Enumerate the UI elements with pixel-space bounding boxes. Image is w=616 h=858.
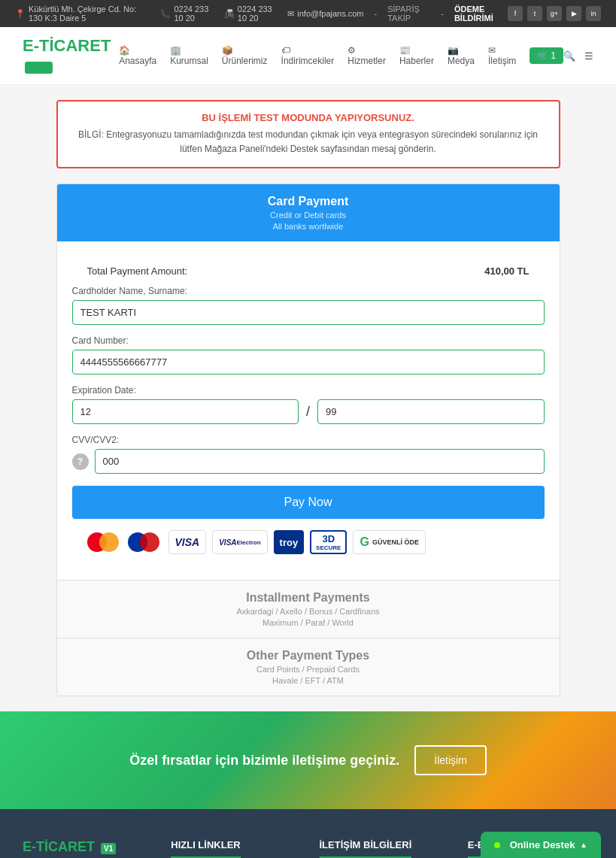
installment-header[interactable]: Installment Payments Axkardagi / Axello … bbox=[57, 581, 560, 638]
logo-v1-badge: V1 ☆ bbox=[25, 62, 53, 74]
card-payment-sub2: All banks wortlwide bbox=[72, 222, 545, 231]
alert-body: BİLGİ: Entegrasyonuzu tamamladığınızda t… bbox=[73, 128, 544, 156]
expiry-row: Expiration Date: / bbox=[72, 385, 545, 424]
3dsecure-logo: 3D SECURE bbox=[310, 530, 347, 554]
expiry-year-input[interactable] bbox=[317, 399, 545, 424]
menu-icon[interactable]: ☰ bbox=[584, 50, 593, 62]
pay-now-button[interactable]: Pay Now bbox=[72, 486, 545, 519]
cvv-help-icon[interactable]: ? bbox=[72, 453, 89, 470]
online-chat-label: Online Destek bbox=[510, 839, 575, 850]
expiry-month-input[interactable] bbox=[72, 399, 299, 424]
visa-electron-logo: VISAElectron bbox=[212, 530, 267, 554]
card-payment-title: Card Payment bbox=[72, 195, 545, 208]
top-bar-left: 📍 Kükürtlü Mh. Çekirge Cd. No: 130 K:3 D… bbox=[15, 5, 508, 23]
total-amount: 410,00 TL bbox=[484, 265, 529, 277]
payment-section: Card Payment Credit or Debit cards All b… bbox=[56, 183, 560, 696]
footer-v1-badge: V1 bbox=[101, 843, 116, 854]
footer-contact-heading: İLETİŞİM BİLGİLERİ bbox=[320, 839, 412, 858]
social-icons: f t g+ ▶ in bbox=[508, 6, 601, 21]
youtube-icon[interactable]: ▶ bbox=[566, 6, 581, 21]
email-text: ✉ info@fpajans.com bbox=[287, 9, 363, 19]
guvenli-ode-logo: G GÜVENLİ ÖDE bbox=[353, 530, 425, 554]
phone2-text: 📠 0224 233 10 20 bbox=[224, 5, 277, 23]
location-icon: 📍 bbox=[15, 9, 26, 19]
phone-icon: 📞 bbox=[160, 9, 171, 19]
nav-anasayfa[interactable]: 🏠 Anasayfa bbox=[119, 45, 156, 66]
cardnumber-input[interactable] bbox=[72, 350, 545, 374]
cvv-wrapper: ? bbox=[72, 449, 545, 474]
expiry-label: Expiration Date: bbox=[72, 385, 545, 396]
card-logos: VISA VISAElectron troy 3D SECURE G GÜVEN… bbox=[72, 519, 545, 565]
card-payment-sub1: Credit or Debit cards bbox=[72, 211, 545, 220]
online-dot bbox=[494, 842, 500, 848]
card-payment-option: Card Payment Credit or Debit cards All b… bbox=[57, 184, 560, 581]
nav-medya[interactable]: 📷 Medya bbox=[448, 45, 475, 66]
troy-logo: troy bbox=[274, 530, 305, 554]
footer-contact: İLETİŞİM BİLGİLERİ Kükürtlü Mh. Çekirge … bbox=[320, 839, 445, 858]
order-track-link[interactable]: SİPARİŞ TAKİP bbox=[387, 5, 430, 23]
alert-title: BU İŞLEMİ TEST MODUNDA YAPIYORSUNUZ. bbox=[73, 112, 544, 123]
address-text: 📍 Kükürtlü Mh. Çekirge Cd. No: 130 K:3 D… bbox=[15, 5, 150, 23]
expiry-separator: / bbox=[306, 404, 310, 420]
footer-brand: E-TİCARET V1 Kurumsal Shop f t g ▶ in bbox=[23, 839, 148, 858]
maestro-logo bbox=[128, 531, 162, 553]
header: E-TİCARET V1 ☆ 🏠 Anasayfa 🏢 Kurumsal 📦 Ü… bbox=[0, 27, 616, 85]
other-payment-header[interactable]: Other Payment Types Card Points / Prepai… bbox=[57, 638, 560, 696]
top-bar: 📍 Kükürtlü Mh. Çekirge Cd. No: 130 K:3 D… bbox=[0, 0, 616, 27]
cart-button[interactable]: 🛒 1 bbox=[530, 47, 563, 64]
cvv-row: CVV/CVV2: ? bbox=[72, 435, 545, 474]
nav-iletisim[interactable]: ✉ İletişim bbox=[488, 45, 516, 66]
total-label: Total Payment Amount: bbox=[87, 265, 188, 277]
googleplus-icon[interactable]: g+ bbox=[547, 6, 562, 21]
cardholder-label: Cardholder Name, Surname: bbox=[72, 286, 545, 296]
separator: - bbox=[375, 9, 378, 18]
visa-logo: VISA bbox=[168, 530, 207, 554]
installment-title: Installment Payments bbox=[72, 591, 545, 605]
cvv-input[interactable] bbox=[95, 449, 545, 474]
footer-quick-links: HIZLI LİNKLER Kurumsal İndirimcekiler Si… bbox=[171, 839, 296, 858]
installment-option: Installment Payments Axkardagi / Axello … bbox=[57, 581, 560, 638]
cardnumber-row: Card Number: bbox=[72, 335, 545, 374]
nav-haberler[interactable]: 📰 Haberler bbox=[399, 45, 434, 66]
alert-box: BU İŞLEMİ TEST MODUNDA YAPIYORSUNUZ. BİL… bbox=[56, 100, 560, 168]
installment-sub: Axkardagi / Axello / Bonus / Cardfinans bbox=[72, 607, 545, 616]
promo-section: Özel fırsatlar için bizimle iletişime ge… bbox=[0, 711, 616, 809]
chat-chevron-icon: ▲ bbox=[580, 841, 587, 849]
card-payment-header[interactable]: Card Payment Credit or Debit cards All b… bbox=[57, 184, 560, 241]
main-nav: 🏠 Anasayfa 🏢 Kurumsal 📦 Ürünlerimiz 🏷 İn… bbox=[119, 45, 563, 66]
other-payment-title: Other Payment Types bbox=[72, 649, 545, 662]
linkedin-icon[interactable]: in bbox=[586, 6, 601, 21]
phone1-text: 📞 0224 233 10 20 bbox=[160, 5, 213, 23]
footer-logo: E-TİCARET V1 bbox=[23, 839, 148, 855]
promo-iletisim-button[interactable]: İletişim bbox=[414, 745, 487, 775]
other-payment-sub: Card Points / Prepaid Cards bbox=[72, 665, 545, 674]
online-chat-widget[interactable]: Online Destek ▲ bbox=[481, 832, 601, 858]
installment-sub2: Maximum / Paraf / World bbox=[72, 618, 545, 627]
logo: E-TİCARET V1 ☆ bbox=[23, 36, 119, 75]
footer-quick-links-heading: HIZLI LİNKLER bbox=[171, 839, 240, 858]
facebook-icon[interactable]: f bbox=[508, 6, 523, 21]
cvv-label: CVV/CVV2: bbox=[72, 435, 545, 445]
logo-eticaret: E-TİCARET bbox=[23, 36, 111, 55]
main-content: BU İŞLEMİ TEST MODUNDA YAPIYORSUNUZ. BİL… bbox=[45, 100, 572, 696]
mastercard-logo bbox=[87, 531, 122, 553]
email-icon: ✉ bbox=[287, 9, 294, 19]
search-icon[interactable]: 🔍 bbox=[563, 50, 575, 62]
header-icons: 🔍 ☰ bbox=[563, 50, 593, 62]
amount-row: Total Payment Amount: 410,00 TL bbox=[72, 256, 545, 277]
twitter-icon[interactable]: t bbox=[527, 6, 542, 21]
payment-info-link[interactable]: ÖDEME BİLDİRİMİ bbox=[454, 5, 508, 23]
payment-form: Total Payment Amount: 410,00 TL Cardhold… bbox=[57, 241, 560, 580]
other-payment-sub2: Havale / EFT / ATM bbox=[72, 676, 545, 685]
separator2: - bbox=[441, 9, 444, 18]
phone2-icon: 📠 bbox=[224, 9, 235, 19]
promo-text: Özel fırsatlar için bizimle iletişime ge… bbox=[129, 753, 399, 769]
nav-kurumsal[interactable]: 🏢 Kurumsal bbox=[170, 45, 208, 66]
nav-hizmetler[interactable]: ⚙ Hizmetler bbox=[347, 45, 386, 66]
nav-indirimcekiler[interactable]: 🏷 İndirimcekiler bbox=[281, 45, 335, 66]
cardholder-row: Cardholder Name, Surname: bbox=[72, 286, 545, 325]
expiry-inputs: / bbox=[72, 399, 545, 424]
cardholder-input[interactable] bbox=[72, 300, 545, 325]
cardnumber-label: Card Number: bbox=[72, 335, 545, 346]
nav-urunler[interactable]: 📦 Ürünlerimiz bbox=[222, 45, 268, 66]
